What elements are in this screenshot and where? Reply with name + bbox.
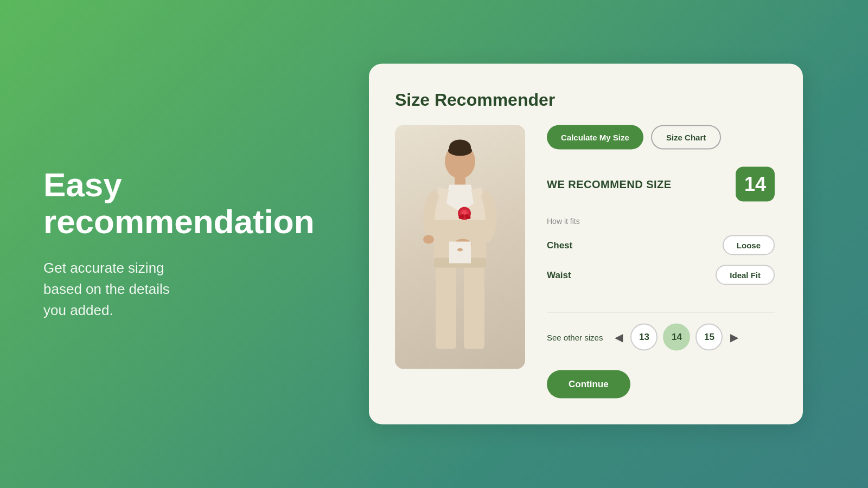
other-sizes-label: See other sizes — [547, 332, 603, 342]
action-buttons: Calculate My Size Size Chart — [547, 125, 775, 150]
waist-label: Waist — [547, 269, 571, 280]
calculate-my-size-button[interactable]: Calculate My Size — [547, 125, 643, 150]
fit-section: How it fits Chest Loose Waist Ideal Fit — [547, 217, 775, 295]
other-sizes-row: See other sizes ◀ 13 14 15 ▶ — [547, 324, 775, 351]
waist-fit-tag: Ideal Fit — [716, 265, 775, 285]
product-image — [395, 125, 525, 369]
svg-point-20 — [457, 248, 463, 252]
chest-fit-tag: Loose — [723, 235, 775, 255]
chest-fit-row: Chest Loose — [547, 235, 775, 255]
continue-button[interactable]: Continue — [547, 370, 630, 399]
card-title: Size Recommender — [395, 90, 775, 110]
size-15[interactable]: 15 — [695, 324, 723, 351]
recommend-label: WE RECOMMEND SIZE — [547, 178, 672, 190]
subtext: Get accurate sizingbased on the detailsy… — [43, 258, 293, 322]
size-chart-button[interactable]: Size Chart — [651, 125, 721, 150]
svg-point-2 — [448, 145, 472, 156]
headline: Easy recommendation — [43, 166, 293, 240]
waist-fit-row: Waist Ideal Fit — [547, 265, 775, 285]
svg-rect-17 — [464, 262, 484, 349]
size-14[interactable]: 14 — [663, 324, 690, 351]
left-panel: Easy recommendation Get accurate sizingb… — [43, 166, 293, 321]
divider — [547, 312, 775, 313]
recommended-size-badge: 14 — [736, 167, 775, 202]
recommender-card: Size Recommender — [369, 64, 803, 425]
recommend-section: WE RECOMMEND SIZE 14 — [547, 167, 775, 202]
right-panel: Calculate My Size Size Chart WE RECOMMEN… — [547, 125, 775, 399]
chest-label: Chest — [547, 240, 572, 251]
svg-rect-19 — [449, 242, 471, 264]
size-13[interactable]: 13 — [630, 324, 658, 351]
sizes-next-button[interactable]: ▶ — [728, 331, 741, 344]
svg-rect-16 — [436, 262, 456, 349]
fit-section-label: How it fits — [547, 217, 775, 226]
svg-point-9 — [423, 235, 434, 244]
sizes-prev-button[interactable]: ◀ — [612, 331, 625, 344]
